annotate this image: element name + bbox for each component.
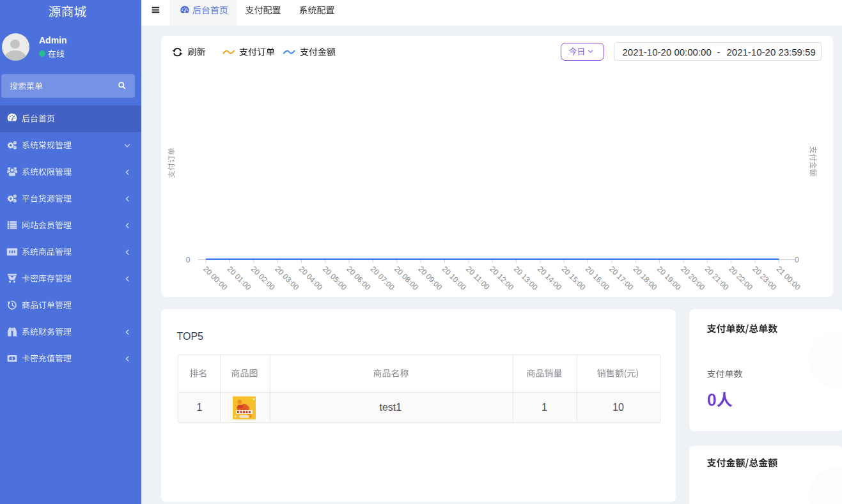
svg-text:20 18:00: 20 18:00: [632, 264, 659, 292]
svg-text:20 22:00: 20 22:00: [727, 264, 754, 292]
svg-text:20 13:00: 20 13:00: [512, 264, 540, 292]
svg-text:20 00:00: 20 00:00: [201, 264, 229, 292]
svg-text:20 20:00: 20 20:00: [679, 264, 706, 292]
svg-text:20 19:00: 20 19:00: [655, 264, 683, 292]
svg-text:20 17:00: 20 17:00: [607, 264, 635, 292]
svg-text:0: 0: [186, 256, 191, 264]
svg-text:20 08:00: 20 08:00: [393, 264, 420, 292]
svg-text:20 04:00: 20 04:00: [297, 264, 325, 292]
svg-text:20 10:00: 20 10:00: [440, 264, 468, 292]
svg-text:20 02:00: 20 02:00: [249, 264, 277, 292]
svg-text:20 16:00: 20 16:00: [584, 264, 611, 292]
svg-text:20 14:00: 20 14:00: [536, 264, 563, 292]
svg-text:20 05:00: 20 05:00: [321, 264, 348, 292]
svg-text:21 00:00: 21 00:00: [775, 264, 802, 292]
svg-text:20 07:00: 20 07:00: [369, 264, 396, 292]
svg-text:20 21:00: 20 21:00: [703, 264, 731, 292]
svg-text:20 23:00: 20 23:00: [751, 264, 778, 292]
svg-text:20 09:00: 20 09:00: [416, 264, 444, 292]
svg-text:0: 0: [795, 256, 799, 264]
svg-text:20 15:00: 20 15:00: [560, 264, 588, 292]
svg-text:20 01:00: 20 01:00: [226, 264, 253, 292]
svg-text:20 12:00: 20 12:00: [488, 264, 515, 292]
svg-text:20 11:00: 20 11:00: [464, 264, 492, 292]
svg-text:20 06:00: 20 06:00: [345, 264, 372, 292]
svg-text:20 03:00: 20 03:00: [273, 264, 300, 292]
